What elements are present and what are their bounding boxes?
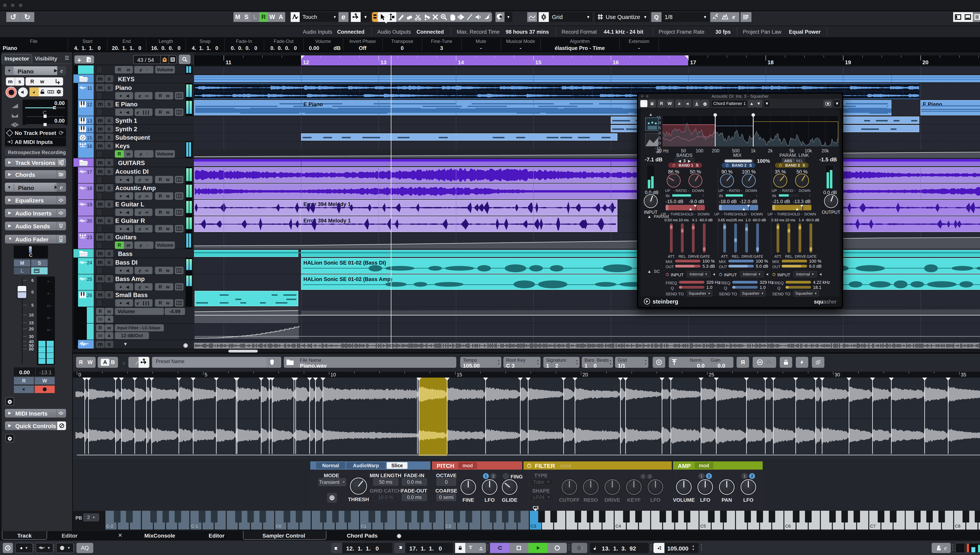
- svg-text:e: e: [732, 13, 735, 20]
